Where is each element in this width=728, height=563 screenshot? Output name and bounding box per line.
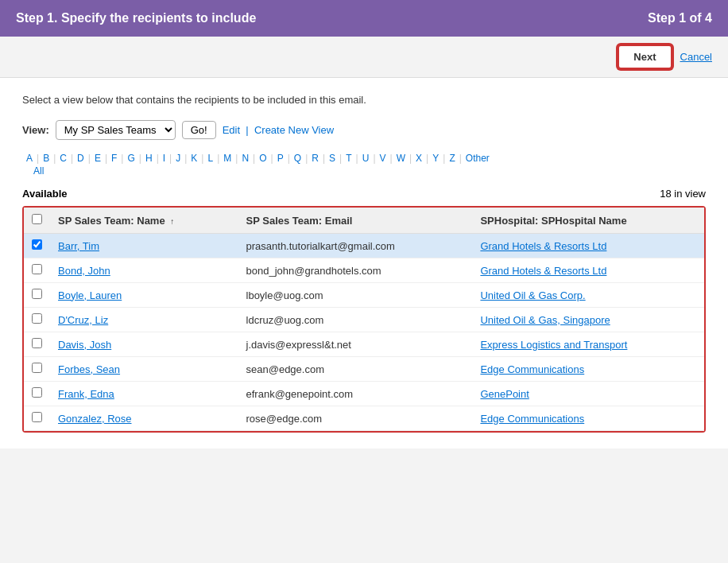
hospital-link[interactable]: United Oil & Gas, Singapore (480, 314, 610, 326)
row-email: ldcruz@uog.com (238, 308, 473, 332)
row-checkbox[interactable] (32, 338, 42, 348)
alpha-letter-g[interactable]: G (123, 151, 138, 165)
available-label: Available (22, 188, 68, 200)
alpha-letter-u[interactable]: U (358, 151, 374, 165)
row-checkbox-cell (24, 406, 50, 431)
name-link[interactable]: Davis, Josh (58, 339, 111, 351)
name-link[interactable]: Bond, John (58, 265, 110, 277)
select-all-checkbox[interactable] (32, 214, 42, 224)
alpha-letter-n[interactable]: N (238, 151, 253, 165)
alpha-letter-f[interactable]: F (107, 151, 121, 165)
table-row: D'Cruz, Lizldcruz@uog.comUnited Oil & Ga… (24, 308, 704, 332)
row-checkbox-cell (24, 357, 50, 382)
row-name: Barr, Tim (50, 234, 238, 258)
row-checkbox[interactable] (32, 387, 42, 398)
view-links: Edit | Create New View (223, 124, 334, 136)
row-checkbox-cell (24, 308, 50, 332)
row-checkbox[interactable] (32, 313, 42, 324)
row-hospital: Express Logistics and Transport (472, 332, 704, 357)
view-row: View: My SP Sales Teams Go! Edit | Creat… (22, 120, 706, 140)
row-checkbox[interactable] (32, 264, 42, 274)
alpha-letter-q[interactable]: Q (290, 151, 305, 165)
row-name: Forbes, Sean (50, 357, 238, 382)
row-hospital: United Oil & Gas Corp. (472, 283, 704, 308)
row-checkbox-cell (24, 258, 50, 283)
row-hospital: Grand Hotels & Resorts Ltd (472, 258, 704, 283)
row-email: lboyle@uog.com (238, 283, 473, 308)
name-link[interactable]: Forbes, Sean (58, 363, 120, 375)
header-name: SP Sales Team: Name ↑ (50, 208, 238, 234)
alpha-letter-t[interactable]: T (342, 151, 355, 165)
alpha-letter-o[interactable]: O (255, 151, 270, 165)
cancel-button[interactable]: Cancel (680, 51, 712, 63)
alpha-letter-s[interactable]: S (325, 151, 339, 165)
next-button[interactable]: Next (618, 45, 672, 69)
alpha-letter-y[interactable]: Y (428, 151, 443, 165)
alpha-letter-j[interactable]: J (172, 151, 184, 165)
hospital-link[interactable]: United Oil & Gas Corp. (480, 289, 585, 301)
row-email: prasanth.tutorialkart@gmail.com (238, 234, 473, 258)
row-checkbox-cell (24, 234, 50, 258)
table-row: Boyle, Laurenlboyle@uog.comUnited Oil & … (24, 283, 704, 308)
alpha-letter-i[interactable]: I (159, 151, 169, 165)
hospital-link[interactable]: Edge Communications (480, 363, 584, 375)
view-select[interactable]: My SP Sales Teams (56, 120, 176, 140)
name-link[interactable]: D'Cruz, Liz (58, 314, 108, 326)
table-row: Forbes, Seansean@edge.comEdge Communicat… (24, 357, 704, 382)
hospital-link[interactable]: Edge Communications (480, 413, 584, 425)
alpha-letter-p[interactable]: P (273, 151, 288, 165)
row-hospital: United Oil & Gas, Singapore (472, 308, 704, 332)
alpha-letter-w[interactable]: W (393, 151, 409, 165)
recipients-table: SP Sales Team: Name ↑ SP Sales Team: Ema… (24, 208, 704, 431)
name-link[interactable]: Gonzalez, Rose (58, 413, 132, 425)
table-row: Gonzalez, Roserose@edge.comEdge Communic… (24, 406, 704, 431)
row-checkbox-cell (24, 332, 50, 357)
row-name: Davis, Josh (50, 332, 238, 357)
view-label: View: (22, 124, 49, 136)
row-email: rose@edge.com (238, 406, 473, 431)
alpha-letter-e[interactable]: E (91, 151, 105, 165)
alpha-letter-m[interactable]: M (219, 151, 235, 165)
hospital-link[interactable]: Express Logistics and Transport (480, 339, 627, 351)
alpha-letter-v[interactable]: V (376, 151, 390, 165)
name-link[interactable]: Barr, Tim (58, 240, 99, 252)
in-view-count: 18 in view (660, 188, 706, 200)
row-checkbox[interactable] (32, 239, 42, 250)
row-hospital: Grand Hotels & Resorts Ltd (472, 234, 704, 258)
sort-arrow-icon: ↑ (170, 217, 174, 226)
alpha-letter-c[interactable]: C (56, 151, 71, 165)
row-checkbox[interactable] (32, 412, 42, 422)
row-checkbox[interactable] (32, 363, 42, 373)
row-hospital: GenePoint (472, 382, 704, 406)
alpha-letter-h[interactable]: H (141, 151, 157, 165)
row-email: efrank@genepoint.com (238, 382, 473, 406)
header-checkbox-cell (24, 208, 50, 234)
table-row: Frank, Ednaefrank@genepoint.comGenePoint (24, 382, 704, 406)
table-row: Davis, Joshj.davis@expressl&t.netExpress… (24, 332, 704, 357)
name-link[interactable]: Boyle, Lauren (58, 289, 122, 301)
alpha-letter-x[interactable]: X (412, 151, 426, 165)
hospital-link[interactable]: GenePoint (480, 388, 529, 400)
edit-view-link[interactable]: Edit (223, 124, 240, 136)
hospital-link[interactable]: Grand Hotels & Resorts Ltd (480, 240, 606, 252)
hospital-link[interactable]: Grand Hotels & Resorts Ltd (480, 265, 606, 277)
row-hospital: Edge Communications (472, 357, 704, 382)
row-checkbox-cell (24, 382, 50, 406)
name-link[interactable]: Frank, Edna (58, 388, 114, 400)
go-button[interactable]: Go! (182, 121, 216, 139)
row-checkbox[interactable] (32, 289, 42, 299)
table-body: Barr, Timprasanth.tutorialkart@gmail.com… (24, 234, 704, 431)
alpha-letter-r[interactable]: R (308, 151, 323, 165)
create-new-view-link[interactable]: Create New View (254, 124, 334, 136)
alpha-letter-d[interactable]: D (73, 151, 88, 165)
table-wrapper: SP Sales Team: Name ↑ SP Sales Team: Ema… (22, 206, 706, 433)
row-name: Frank, Edna (50, 382, 238, 406)
row-name: Boyle, Lauren (50, 283, 238, 308)
alpha-all[interactable]: All (29, 164, 48, 178)
alpha-letter-k[interactable]: K (187, 151, 201, 165)
row-name: D'Cruz, Liz (50, 308, 238, 332)
alpha-letter-z[interactable]: Z (445, 151, 459, 165)
alpha-letter-l[interactable]: L (203, 151, 217, 165)
alpha-other[interactable]: Other (462, 151, 494, 165)
row-name: Gonzalez, Rose (50, 406, 238, 431)
